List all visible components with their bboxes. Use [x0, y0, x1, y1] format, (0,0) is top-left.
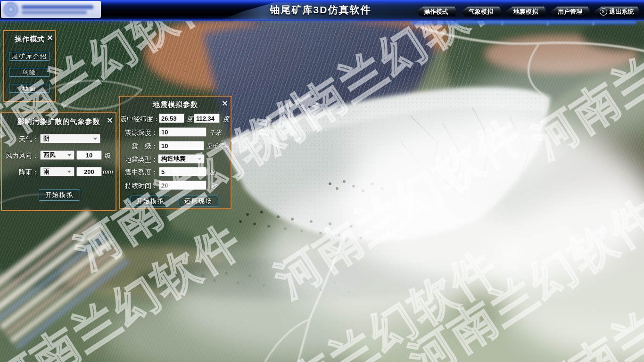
weather-params-panel: 影响污染扩散的气象参数 × 天气： 阴 风力风向： 西风 级 降雨： 雨 mm … [1, 112, 116, 211]
close-icon[interactable]: × [47, 33, 53, 42]
depth-unit: 千米 [209, 129, 222, 137]
rain-amount-input[interactable] [76, 167, 102, 176]
weather-select[interactable]: 阴 [40, 134, 100, 143]
weather-start-simulation-button[interactable]: 开始模拟 [39, 189, 80, 201]
birdview-button[interactable]: 鸟瞰 [9, 68, 50, 77]
wind-level-unit: 级 [105, 152, 111, 160]
quake-type-label: 地震类型： [120, 156, 158, 164]
quake-type-value: 构造地震 [161, 155, 196, 163]
title-bar: 铀尾矿库3D仿真软件 操作模式 气象模拟 地震模拟 用户管理 × 退出系统 [0, 0, 644, 21]
close-icon[interactable]: × [107, 115, 113, 125]
magnitude-input[interactable] [159, 141, 204, 150]
earthquake-params-panel: 地震模拟参数 × 震中经纬度： 度 度 震源深度： 千米 震 级： 里氏震级 地… [119, 96, 231, 209]
rain-type-value: 雨 [43, 167, 66, 176]
app-window: 河南兰幻软件 河南兰幻软件 河南兰幻软件 河南兰幻软件 河南兰幻软件 河南兰幻软… [0, 0, 644, 362]
tailings-intro-button[interactable]: 尾矿库介绍 [9, 52, 50, 61]
quake-restore-scene-button[interactable]: 还原现场 [179, 196, 218, 206]
company-logo-text-blur [22, 5, 93, 14]
epicenter-lon-unit: 度 [187, 115, 193, 123]
duration-input[interactable] [159, 181, 206, 190]
menu-tab-user-management[interactable]: 用户管理 [550, 7, 590, 16]
wind-direction-select[interactable]: 西风 [40, 150, 74, 160]
ground-view-button[interactable]: 地面 [9, 84, 50, 93]
operation-mode-panel: 操作模式 × 尾矿库介绍 鸟瞰 地面 [3, 30, 56, 102]
depth-input[interactable] [159, 127, 206, 137]
magnitude-label: 震 级： [120, 142, 158, 151]
weather-label: 天气： [2, 135, 39, 144]
depth-label: 震源深度： [120, 129, 158, 137]
epicenter-lat-unit: 度 [223, 115, 229, 123]
menu-glow-decoration [411, 21, 636, 25]
menu-tab-earthquake-simulation[interactable]: 地震模拟 [505, 7, 546, 16]
rain-type-select[interactable]: 雨 [40, 167, 74, 176]
wind-label: 风力风向： [2, 152, 39, 160]
panel-title: 影响污染扩散的气象参数 [2, 117, 116, 126]
intensity-label: 震中烈度： [120, 168, 158, 177]
duration-label: 持续时间： [120, 182, 158, 190]
quake-start-simulation-button[interactable]: 开始模拟 [131, 196, 170, 206]
quake-type-select[interactable]: 构造地震 [158, 154, 205, 164]
close-icon[interactable]: × [222, 98, 228, 108]
exit-label: 退出系统 [610, 8, 634, 16]
intensity-unit: 度 [209, 168, 215, 177]
chevron-down-icon [67, 171, 71, 173]
duration-unit: 秒 [211, 182, 217, 190]
menu-tab-weather-simulation[interactable]: 气象模拟 [461, 7, 501, 16]
chevron-down-icon [67, 154, 71, 156]
page-title: 铀尾矿库3D仿真软件 [226, 0, 415, 20]
wind-direction-value: 西风 [43, 151, 66, 159]
main-menu: 操作模式 气象模拟 地震模拟 用户管理 × 退出系统 [416, 7, 639, 16]
rain-amount-unit: mm [103, 168, 113, 175]
chevron-down-icon [93, 138, 97, 140]
epicenter-longitude-input[interactable] [159, 114, 184, 123]
weather-selected-value: 阴 [43, 134, 91, 143]
panel-title: 地震模拟参数 [120, 100, 231, 109]
magnitude-unit: 里氏震级 [206, 142, 229, 150]
company-logo [1, 1, 101, 18]
menu-tab-operation-mode[interactable]: 操作模式 [416, 7, 456, 16]
wind-level-input[interactable] [76, 150, 102, 160]
menu-tab-exit-system[interactable]: × 退出系统 [594, 7, 639, 16]
rain-label: 降雨： [2, 168, 39, 177]
company-logo-blurred-content [1, 1, 101, 18]
circle-x-icon: × [600, 8, 607, 16]
epicenter-label: 震中经纬度： [120, 115, 158, 123]
intensity-input[interactable] [159, 167, 206, 176]
chevron-down-icon [198, 158, 201, 160]
company-logo-emblem-icon [4, 2, 18, 16]
epicenter-latitude-input[interactable] [194, 114, 220, 123]
